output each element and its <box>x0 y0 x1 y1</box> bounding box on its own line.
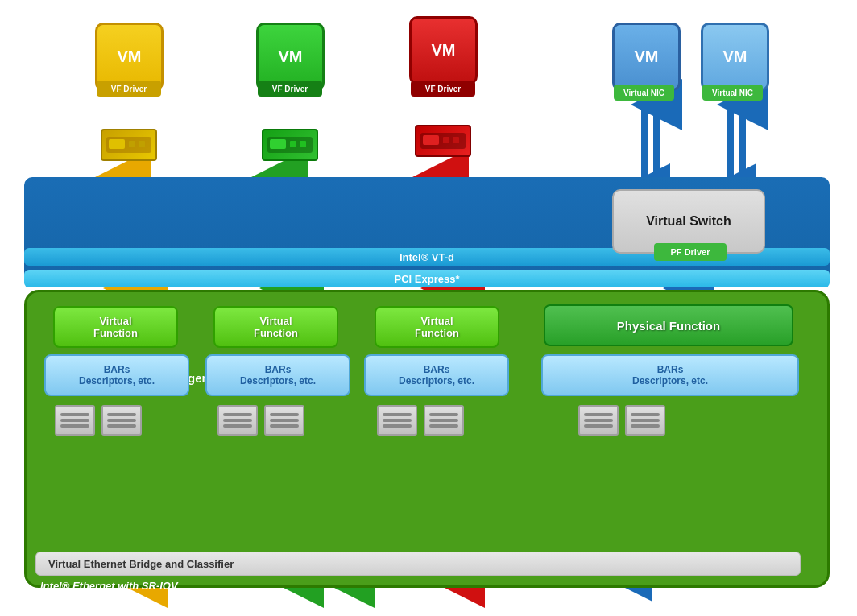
queue-line <box>429 424 458 428</box>
svg-rect-40 <box>453 137 459 143</box>
svg-rect-36 <box>300 141 306 147</box>
vf-driver-badge-green: VF Driver <box>258 81 322 97</box>
queue-item-2b <box>264 405 304 436</box>
vf-driver-badge-yellow: VF Driver <box>97 81 161 97</box>
vf-label-3: VirtualFunction <box>415 315 459 339</box>
bars-label-1: BARsDescriptors, etc. <box>79 364 155 387</box>
bars-box-1: BARsDescriptors, etc. <box>44 354 189 396</box>
sriov-label: Intel® Ethernet with SR-IOV <box>40 580 178 592</box>
veb-bar: Virtual Ethernet Bridge and Classifier <box>35 552 801 576</box>
virtual-function-1: VirtualFunction <box>53 306 178 348</box>
vf-driver-badge-red: VF Driver <box>411 81 475 97</box>
queue-line <box>383 419 412 422</box>
pf-driver-badge: PF Driver <box>654 243 727 261</box>
nic-card-green-icon <box>266 133 314 157</box>
physical-function-box: Physical Function <box>544 304 793 346</box>
bars-box-3: BARsDescriptors, etc. <box>364 354 509 396</box>
vm-label-red: VM <box>432 41 456 60</box>
queue-item-2a <box>217 405 258 436</box>
vm-box-blue2: VM <box>701 23 769 91</box>
virtual-function-2: VirtualFunction <box>213 306 338 348</box>
bars-label-3: BARsDescriptors, etc. <box>399 364 474 387</box>
vm-box-red: VM <box>409 16 478 85</box>
queue-group-4 <box>578 405 665 436</box>
vtd-label: Intel® VT-d <box>400 251 454 263</box>
diagram: Virtual Machine Manager (VMM) Intel® VT-… <box>0 0 857 616</box>
physical-function-label: Physical Function <box>617 319 720 333</box>
queue-line <box>383 413 412 416</box>
virtual-switch-label: Virtual Switch <box>646 214 731 229</box>
queue-line <box>429 419 458 422</box>
queue-item-4a <box>578 405 619 436</box>
svg-rect-30 <box>109 139 125 149</box>
svg-rect-39 <box>443 137 449 143</box>
queue-line <box>60 413 89 416</box>
pf-driver-label: PF Driver <box>671 247 710 257</box>
vf-label-1: VirtualFunction <box>93 315 138 339</box>
svg-rect-31 <box>129 141 135 147</box>
queue-line <box>107 419 136 422</box>
queue-line <box>631 419 660 422</box>
bars-box-4: BARsDescriptors, etc. <box>541 354 799 396</box>
virtual-nic-badge-2: Virtual NIC <box>702 85 763 101</box>
queue-item-1b <box>101 405 142 436</box>
queue-line <box>270 424 299 428</box>
nic-card-yellow-icon <box>105 133 153 157</box>
queue-line <box>223 419 252 422</box>
svg-rect-38 <box>423 135 439 145</box>
vm-label-green: VM <box>279 48 303 66</box>
queue-group-1 <box>55 405 142 436</box>
queue-line <box>584 419 613 422</box>
queue-line <box>107 413 136 416</box>
pcie-bar: PCI Express* <box>24 270 830 287</box>
svg-rect-34 <box>270 139 286 149</box>
bars-box-2: BARsDescriptors, etc. <box>205 354 350 396</box>
queue-group-2 <box>217 405 304 436</box>
nic-card-green <box>262 129 318 161</box>
nic-card-red <box>415 125 471 157</box>
pcie-label: PCI Express* <box>395 273 460 285</box>
queue-item-3a <box>377 405 417 436</box>
queue-line <box>631 424 660 428</box>
bars-label-2: BARsDescriptors, etc. <box>240 364 316 387</box>
queue-line <box>584 424 613 428</box>
queue-item-4b <box>625 405 665 436</box>
queue-line <box>60 419 89 422</box>
queue-line <box>270 413 299 416</box>
vm-box-blue1: VM <box>612 23 681 91</box>
virtual-nic-badge-1: Virtual NIC <box>614 85 674 101</box>
queue-line <box>270 419 299 422</box>
virtual-function-3: VirtualFunction <box>375 306 499 348</box>
nic-card-red-icon <box>419 129 467 153</box>
queue-line <box>223 413 252 416</box>
bars-label-4: BARsDescriptors, etc. <box>632 364 708 387</box>
vf-label-2: VirtualFunction <box>254 315 298 339</box>
queue-line <box>429 413 458 416</box>
vm-label-blue2: VM <box>723 48 747 66</box>
queue-line <box>584 413 613 416</box>
queue-item-1a <box>55 405 95 436</box>
queue-line <box>107 424 136 428</box>
queue-line <box>631 413 660 416</box>
svg-rect-35 <box>290 141 296 147</box>
queue-line <box>60 424 89 428</box>
vm-label-blue1: VM <box>635 48 659 66</box>
queue-line <box>223 424 252 428</box>
svg-rect-32 <box>139 141 145 147</box>
veb-label: Virtual Ethernet Bridge and Classifier <box>48 558 234 570</box>
queue-line <box>383 424 412 428</box>
nic-card-yellow <box>101 129 157 161</box>
queue-item-3b <box>424 405 464 436</box>
vm-label-yellow: VM <box>118 48 142 66</box>
queue-group-3 <box>377 405 464 436</box>
